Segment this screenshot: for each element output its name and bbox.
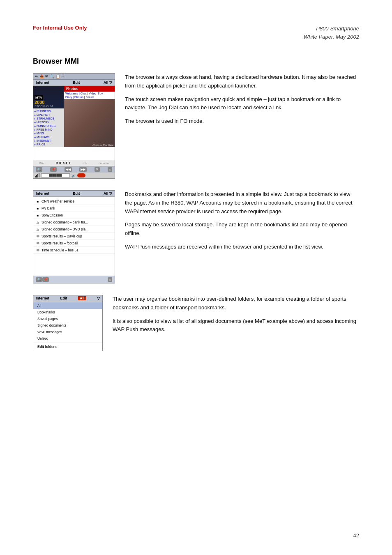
link-midcams: MIDCAMS [35, 135, 62, 139]
nav-home[interactable]: ⌂ [108, 167, 112, 172]
bk-text-3: SonyEricsson [42, 213, 63, 217]
year-display: 2000 [35, 100, 44, 105]
logo-placeholder-3: docomo [99, 162, 109, 165]
phone-mockup-3: Internet Edit All ▽ All Bookmarks Saved … [33, 295, 103, 351]
logo-placeholder-2: mtv [83, 162, 87, 165]
phone-links: RUNNERS LIVE HER STRHLMEDS HISTORY NONST… [33, 108, 64, 147]
description-block-3: The user may organise bookmarks into use… [113, 295, 359, 339]
pen-icon: ✏ [35, 74, 38, 78]
bar-1 [35, 176, 36, 177]
menu3-edit: Edit [60, 296, 67, 300]
phone-mockup-2: Internet Edit All ▽ ■ CNN weather servic… [33, 190, 115, 283]
document-info: P800 Smartphone White Paper, May 2002 [304, 25, 359, 41]
description-block-2: Bookmarks and other information is prese… [125, 190, 359, 256]
bk-icon-1: ■ [36, 200, 40, 203]
phone-nav-bar-1: 🔍 📌 ◀◀ ▶▶ ✕ ⌂ [33, 166, 115, 173]
bk-icon-2: ■ [36, 207, 40, 210]
link-ming: MING [35, 131, 62, 135]
bookmark-item-2[interactable]: ■ My Bank [33, 205, 115, 212]
bk-icon-4: △ [36, 221, 40, 224]
menu3-all-selected: All [78, 296, 86, 300]
inbox-icon: 📥 [39, 74, 44, 78]
phone-content-area: MTV 2000 STOCKHOLM RUNNERS LIVE HER STRH… [33, 86, 115, 147]
menu-all: All ▽ [104, 81, 112, 85]
logo-placeholder-1: Güs [39, 162, 44, 165]
bk-text-2: My Bank [42, 206, 55, 210]
menu3-internet: Internet [36, 296, 49, 300]
menu-item-all[interactable]: All [33, 302, 102, 309]
product-name: P800 Smartphone [304, 25, 359, 33]
nav-forward[interactable]: ▶▶ [79, 167, 87, 172]
page-header: For Internal Use Only P800 Smartphone Wh… [33, 25, 359, 45]
bm-pin-btn[interactable]: 📌 [42, 277, 49, 282]
link-history: HISTORY [35, 120, 62, 124]
bk-icon-6: ✉ [36, 235, 40, 238]
link-price: PRICE [35, 143, 62, 146]
bookmark-item-4[interactable]: △ Signed document – bank tra... [33, 219, 115, 226]
content-block-3: Internet Edit All ▽ All Bookmarks Saved … [33, 295, 359, 351]
desc-1-p3: The browser is used in FO mode. [125, 117, 359, 126]
bookmark-item-8[interactable]: ✉ Time schedule – bus 51 [33, 247, 115, 254]
content-block-2: Internet Edit All ▽ ■ CNN weather servic… [33, 190, 359, 283]
bk-icon-8: ✉ [36, 249, 40, 252]
phone-body-1: MTV 2000 STOCKHOLM RUNNERS LIVE HER STRH… [33, 86, 115, 160]
menu2-edit: Edit [73, 191, 80, 196]
description-block-1: The browser is always close at hand, hav… [125, 73, 359, 131]
phone-left-panel: MTV 2000 STOCKHOLM RUNNERS LIVE HER STRH… [33, 86, 64, 147]
battery-indicator [77, 173, 85, 177]
menu-item-bookmarks[interactable]: Bookmarks [33, 309, 102, 315]
menu-item-wap[interactable]: WAP messages [33, 329, 102, 335]
content-block-1: ✏ 📥 ✉ 🔍 📋 ⠿ Internet Edit All ▽ [33, 73, 359, 179]
link-nonstories: NONSTORIES [35, 124, 62, 128]
bookmark-item-3[interactable]: ■ SonyEricsson [33, 212, 115, 219]
section-title: Browser MMI [33, 57, 359, 66]
bm-home-btn[interactable]: ⌂ [108, 277, 112, 282]
link-internet: INTERNET [35, 139, 62, 143]
bk-icon-5: △ [36, 228, 40, 231]
phone-menu-bar-3: Internet Edit All ▽ [33, 295, 102, 302]
menu3-dropdown: ▽ [97, 296, 100, 300]
bar-4 [39, 173, 39, 177]
nav-zoom-in[interactable]: 🔍 [36, 167, 42, 172]
phone-logos-bar: Güs DIESEL mtv docomo [33, 160, 115, 166]
bookmark-list: ■ CNN weather service ■ My Bank ■ SonyEr… [33, 197, 115, 255]
desc-2-p3: WAP Push messages are received within th… [125, 243, 359, 251]
photo-caption: Photo by Ray Tang [92, 144, 113, 146]
bookmark-item-6[interactable]: ✉ Sports results – Davis cup [33, 233, 115, 240]
bk-text-4: Signed document – bank tra... [42, 220, 88, 224]
menu-edit: Edit [73, 81, 80, 85]
list-spacer [33, 255, 115, 276]
brand-area: MTV [35, 95, 43, 100]
bk-text-1: CNN weather service [42, 199, 74, 203]
phone-top-image: MTV 2000 STOCKHOLM [33, 86, 64, 108]
nav-bookmark[interactable]: 📌 [50, 167, 57, 172]
desc-2-p1: Bookmarks and other information is prese… [125, 190, 359, 216]
bm-zoom-btn[interactable]: 🔍 [36, 277, 42, 282]
bk-text-6: Sports results – Davis cup [42, 234, 82, 238]
menu-item-saved[interactable]: Saved pages [33, 315, 102, 322]
internal-use-label: For Internal Use Only [33, 25, 87, 31]
doc-icon: 📋 [55, 74, 60, 78]
signal-bars [35, 173, 39, 177]
bookmark-item-5[interactable]: △ Signed document – DVD pla... [33, 226, 115, 233]
menu-item-signed[interactable]: Signed documents [33, 322, 102, 329]
menu-item-unfiled[interactable]: Unfiled [33, 335, 102, 342]
photo-area: Photo by Ray Tang [64, 99, 115, 147]
url-bar[interactable]: ▓▓▓▓▓▓▓ [41, 173, 70, 177]
bookmark-item-1[interactable]: ■ CNN weather service [33, 198, 115, 205]
phone-mockup-1: ✏ 📥 ✉ 🔍 📋 ⠿ Internet Edit All ▽ [33, 73, 115, 179]
nav-back[interactable]: ◀◀ [65, 167, 72, 172]
bk-text-7: Sports results – football [42, 241, 78, 245]
mail-icon: ✉ [45, 74, 48, 78]
bk-icon-7: ✉ [36, 242, 40, 245]
desc-2-p2: Pages may be saved to local storage. The… [125, 221, 359, 238]
apps-icon: ⠿ [61, 74, 64, 78]
link-runners: RUNNERS [35, 109, 62, 113]
menu2-all: All ▽ [104, 191, 112, 196]
city-display: STOCKHOLM [35, 105, 53, 108]
phone-right-panel: Photos Webcams | Chat | Video_Spy Diary … [64, 86, 115, 147]
signal-area: ▓▓▓▓▓▓▓ 🔊 [33, 173, 115, 178]
menu-item-edit-folders[interactable]: Edit folders [33, 343, 102, 350]
bookmark-item-7[interactable]: ✉ Sports results – football [33, 240, 115, 247]
nav-stop[interactable]: ✕ [95, 167, 100, 172]
